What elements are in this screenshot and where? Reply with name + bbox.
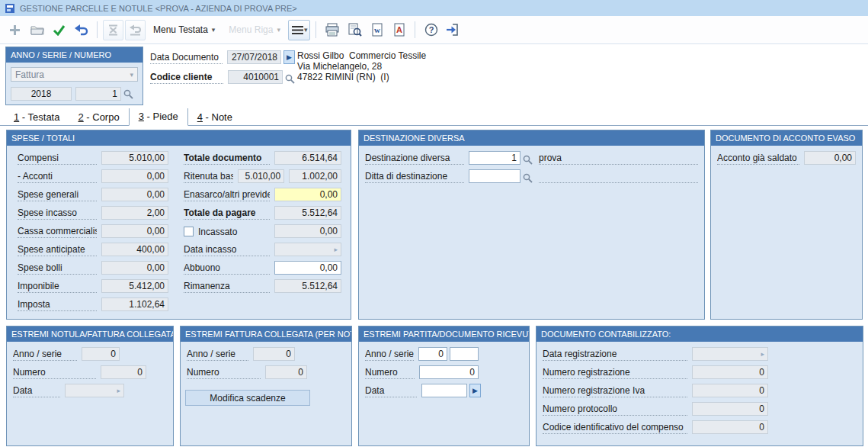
svg-text:?: ? <box>429 25 434 34</box>
menu-testata-label: Menu Testata <box>153 24 208 35</box>
spese-anticipate-field: 400,00 <box>101 243 168 256</box>
anno-field[interactable]: 2018 <box>11 87 72 101</box>
ritenuta-base-field: 1.002,00 <box>289 169 341 183</box>
anno-serie-numero-panel: ANNO / SERIE / NUMERO Fattura ▾ 2018 1 <box>5 47 143 105</box>
menu-testata-button[interactable]: Menu Testata ▾ <box>147 20 221 40</box>
rimanenza-field: 5.512,64 <box>274 279 341 293</box>
spese-generali-label: Spese generali <box>18 189 78 200</box>
anno-serie-numero-title: ANNO / SERIE / NUMERO <box>6 47 143 63</box>
fattura-anno-serie-label: Anno / serie <box>187 349 235 359</box>
destinazione-diversa-panel: DESTINAZIONE DIVERSA Destinazione divers… <box>358 130 705 320</box>
partita-data-field[interactable] <box>421 384 467 397</box>
tab-corpo[interactable]: 2 - Corpo <box>69 109 128 126</box>
data-incasso-field[interactable]: ▸ <box>274 243 341 256</box>
abbuono-label: Abbuono <box>184 262 220 273</box>
restore-icon <box>129 24 142 36</box>
date-dropdown-icon: ▸ <box>761 350 764 358</box>
toolbar-separator <box>415 21 415 38</box>
tab-testata[interactable]: 1 - Testata <box>5 109 69 126</box>
spese-generali-field: 0,00 <box>101 188 168 201</box>
search-icon[interactable] <box>523 155 533 165</box>
confirm-button[interactable] <box>49 20 69 40</box>
tab-note[interactable]: 4 - Note <box>188 109 242 126</box>
data-registrazione-label: Data registrazione <box>543 349 617 359</box>
toolbar-separator <box>315 21 316 38</box>
spese-incasso-field: 2,00 <box>101 206 168 220</box>
document-type-select[interactable]: Fattura ▾ <box>11 67 138 82</box>
chevron-down-icon: ▾ <box>304 26 308 34</box>
spese-anticipate-label: Spese anticipate <box>18 244 85 255</box>
compensi-label: Compensi <box>18 153 59 163</box>
fattura-numero-field: 0 <box>265 365 307 379</box>
estremi-partita-panel: ESTREMI PARTITA/DOCUMENTO RICEVUTO Anno … <box>358 326 530 446</box>
app-icon <box>5 3 15 14</box>
imposta-field: 1.102,64 <box>101 297 168 311</box>
partita-numero-field[interactable]: 0 <box>419 365 479 379</box>
imposta-label: Imposta <box>18 299 50 310</box>
partita-serie-field[interactable] <box>450 347 479 361</box>
search-icon[interactable] <box>123 89 133 99</box>
notula-numero-label: Numero <box>13 367 46 378</box>
compensi-field: 5.010,00 <box>101 151 168 165</box>
estremi-fattura-title: ESTREMI FATTURA COLLEGATA (PER NOTULE) <box>181 326 351 342</box>
tab-piede[interactable]: 3 - Piede <box>129 108 188 126</box>
abbuono-field[interactable]: 0,00 <box>274 261 341 275</box>
partita-anno-field[interactable]: 0 <box>418 347 447 361</box>
delete-icon <box>107 24 119 36</box>
numero-field[interactable]: 1 <box>75 87 121 101</box>
codice-cliente-field[interactable]: 4010001 <box>228 70 283 84</box>
partita-data-label: Data <box>365 385 384 396</box>
confirm-icon <box>53 24 66 36</box>
enasarco-field[interactable]: 0,00 <box>274 188 341 201</box>
undo-button[interactable] <box>71 20 91 40</box>
word-export-icon: w <box>371 23 383 37</box>
documento-contabilizzato-panel: DOCUMENTO CONTABILIZZATO: Data registraz… <box>536 326 863 446</box>
open-button[interactable] <box>27 20 47 40</box>
incassato-checkbox[interactable] <box>184 227 194 236</box>
date-dropdown-icon: ▸ <box>334 246 338 253</box>
enasarco-label: Enasarco/altri previdenziali <box>184 189 270 200</box>
totale-da-pagare-field: 5.512,64 <box>274 206 341 220</box>
ditta-destinazione-field[interactable] <box>469 169 520 183</box>
client-address: Via Michelangelo, 28 <box>297 61 426 72</box>
destinazione-diversa-field[interactable]: 1 <box>469 151 520 165</box>
hamburger-menu-icon <box>291 25 304 35</box>
modifica-scadenze-button[interactable]: Modifica scadenze <box>185 390 310 406</box>
search-icon[interactable] <box>523 173 533 183</box>
word-export-button[interactable]: w <box>367 20 387 40</box>
cassa-commercialisti-field: 0,00 <box>101 224 168 238</box>
numero-registrazione-label: Numero registrazione <box>543 367 630 378</box>
print-button[interactable] <box>322 20 343 40</box>
new-icon <box>9 24 21 36</box>
date-picker-button[interactable]: ▶ <box>283 50 295 64</box>
hamburger-menu-button[interactable]: ▾ <box>288 20 311 40</box>
acconto-saldato-label: Acconto già saldato <box>717 153 797 163</box>
cassa-commercialisti-label: Cassa commercialisti <box>18 226 97 236</box>
totale-da-pagare-label: Totale da pagare <box>184 207 255 218</box>
fattura-numero-label: Numero <box>187 367 219 378</box>
new-button[interactable] <box>5 20 25 40</box>
data-documento-field[interactable]: 27/07/2018 <box>227 50 281 64</box>
chevron-down-icon: ▾ <box>130 71 133 79</box>
search-icon[interactable] <box>285 74 295 84</box>
window-titlebar: GESTIONE PARCELLE E NOTULE <PROVA - AZIE… <box>0 0 868 16</box>
ritenuta-base-base-field: 5.010,00 <box>238 169 284 183</box>
exit-button[interactable] <box>443 20 463 40</box>
help-button[interactable]: ? <box>421 20 441 40</box>
partita-anno-serie-label: Anno / serie <box>365 349 414 359</box>
print-preview-button[interactable] <box>344 20 365 40</box>
documento-contabilizzato-title: DOCUMENTO CONTABILIZZATO: <box>536 326 863 342</box>
pdf-export-button[interactable]: A <box>389 20 409 40</box>
imponibile-label: Imponibile <box>18 281 59 291</box>
svg-text:A: A <box>396 25 402 34</box>
estremi-fattura-panel: ESTREMI FATTURA COLLEGATA (PER NOTULE) A… <box>180 326 352 446</box>
destinazione-diversa-title: DESTINAZIONE DIVERSA <box>359 130 704 146</box>
acconto-evaso-panel: DOCUMENTO DI ACCONTO EVASO Acconto già s… <box>710 130 863 320</box>
data-registrazione-field: ▸ <box>692 347 768 361</box>
ritenuta-base-label: Ritenuta base <box>184 171 233 182</box>
incassato-label: Incassato <box>198 227 237 237</box>
numero-registrazione-field: 0 <box>692 365 768 379</box>
date-picker-button[interactable]: ▶ <box>469 384 481 397</box>
menu-riga-button: Menu Riga ▾ <box>223 20 287 40</box>
chevron-down-icon: ▾ <box>212 26 216 34</box>
